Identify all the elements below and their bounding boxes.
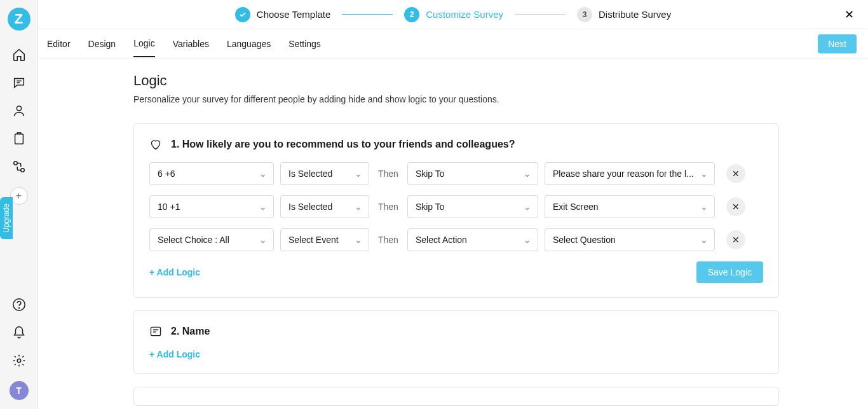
chevron-down-icon: ⌄ bbox=[700, 169, 708, 179]
tab-bar: Editor Design Logic Variables Languages … bbox=[38, 29, 868, 59]
svg-point-2 bbox=[13, 162, 17, 165]
remove-row-button[interactable]: ✕ bbox=[726, 230, 745, 249]
chevron-down-icon: ⌄ bbox=[355, 235, 362, 245]
wizard-step-2[interactable]: 2 Customize Survey bbox=[404, 7, 503, 22]
help-icon[interactable] bbox=[11, 297, 27, 312]
add-logic-button[interactable]: + Add Logic bbox=[149, 267, 200, 277]
wizard-connector bbox=[515, 14, 566, 15]
wizard-step-1[interactable]: Choose Template bbox=[235, 7, 330, 22]
event-select[interactable]: Is Selected⌄ bbox=[280, 162, 369, 185]
page-description: Personalize your survey for different pe… bbox=[133, 94, 779, 104]
upgrade-tab[interactable]: Upgrade bbox=[0, 197, 13, 239]
wizard-step-label: Customize Survey bbox=[426, 9, 503, 20]
remove-row-button[interactable]: ✕ bbox=[726, 197, 745, 216]
then-label: Then bbox=[376, 235, 401, 245]
next-button[interactable]: Next bbox=[818, 34, 857, 53]
wizard-header: Choose Template 2 Customize Survey 3 Dis… bbox=[38, 0, 868, 29]
remove-row-button[interactable]: ✕ bbox=[726, 164, 745, 183]
choice-select[interactable]: 10 +1⌄ bbox=[149, 195, 274, 218]
logic-row: 6 +6⌄ Is Selected⌄ Then Skip To⌄ Please … bbox=[149, 162, 763, 185]
step-number: 2 bbox=[404, 7, 419, 22]
wizard-step-label: Choose Template bbox=[257, 9, 330, 20]
then-label: Then bbox=[376, 169, 401, 179]
nav-rail: Z + Upgrade T bbox=[0, 0, 38, 409]
wizard-step-label: Distribute Survey bbox=[599, 9, 671, 20]
chevron-down-icon: ⌄ bbox=[259, 202, 267, 212]
action-select[interactable]: Select Action⌄ bbox=[407, 228, 538, 251]
question-card: 1. How likely are you to recommend us to… bbox=[133, 123, 779, 298]
svg-point-5 bbox=[18, 308, 19, 308]
home-icon[interactable] bbox=[11, 47, 27, 62]
event-select[interactable]: Select Event⌄ bbox=[280, 228, 369, 251]
choice-select[interactable]: 6 +6⌄ bbox=[149, 162, 274, 185]
svg-rect-1 bbox=[15, 134, 23, 144]
chevron-down-icon: ⌄ bbox=[355, 169, 362, 179]
text-icon bbox=[149, 325, 162, 338]
brand-logo[interactable]: Z bbox=[8, 8, 31, 31]
wizard-connector bbox=[342, 14, 393, 15]
save-logic-button[interactable]: Save Logic bbox=[696, 261, 763, 283]
logic-row: Select Choice : All⌄ Select Event⌄ Then … bbox=[149, 228, 763, 251]
wizard-step-3[interactable]: 3 Distribute Survey bbox=[577, 7, 671, 22]
gear-icon[interactable] bbox=[11, 353, 27, 368]
page-title: Logic bbox=[133, 73, 779, 89]
tab-variables[interactable]: Variables bbox=[173, 31, 209, 57]
chevron-down-icon: ⌄ bbox=[524, 202, 531, 212]
action-select[interactable]: Skip To⌄ bbox=[407, 195, 538, 218]
check-icon bbox=[235, 7, 250, 22]
svg-point-3 bbox=[20, 169, 24, 172]
avatar[interactable]: T bbox=[10, 381, 29, 400]
logic-row: 10 +1⌄ Is Selected⌄ Then Skip To⌄ Exit S… bbox=[149, 195, 763, 218]
chevron-down-icon: ⌄ bbox=[700, 235, 708, 245]
chevron-down-icon: ⌄ bbox=[259, 235, 267, 245]
event-select[interactable]: Is Selected⌄ bbox=[280, 195, 369, 218]
then-label: Then bbox=[376, 202, 401, 212]
tab-settings[interactable]: Settings bbox=[288, 31, 321, 57]
tab-languages[interactable]: Languages bbox=[227, 31, 271, 57]
question-card bbox=[133, 387, 779, 406]
chat-icon[interactable] bbox=[11, 75, 27, 90]
chevron-down-icon: ⌄ bbox=[524, 235, 531, 245]
choice-select[interactable]: Select Choice : All⌄ bbox=[149, 228, 274, 251]
heart-icon bbox=[149, 138, 162, 151]
tab-editor[interactable]: Editor bbox=[47, 31, 71, 57]
close-icon[interactable]: ✕ bbox=[841, 7, 857, 22]
chevron-down-icon: ⌄ bbox=[355, 202, 362, 212]
clipboard-icon[interactable] bbox=[11, 131, 27, 146]
tab-design[interactable]: Design bbox=[88, 31, 116, 57]
bell-icon[interactable] bbox=[11, 325, 27, 340]
chevron-down-icon: ⌄ bbox=[524, 169, 531, 179]
action-select[interactable]: Skip To⌄ bbox=[407, 162, 538, 185]
question-title: 2. Name bbox=[171, 326, 210, 337]
step-number: 3 bbox=[577, 7, 592, 22]
flow-icon[interactable] bbox=[11, 159, 27, 174]
add-logic-button[interactable]: + Add Logic bbox=[149, 349, 200, 359]
target-select[interactable]: Exit Screen⌄ bbox=[545, 195, 715, 218]
question-card: 2. Name + Add Logic bbox=[133, 310, 779, 374]
chevron-down-icon: ⌄ bbox=[700, 202, 708, 212]
question-title: 1. How likely are you to recommend us to… bbox=[171, 139, 515, 150]
tab-logic[interactable]: Logic bbox=[133, 31, 154, 57]
target-select[interactable]: Select Question⌄ bbox=[545, 228, 715, 251]
svg-point-6 bbox=[17, 359, 21, 363]
chevron-down-icon: ⌄ bbox=[259, 169, 267, 179]
svg-rect-7 bbox=[151, 327, 161, 335]
target-select[interactable]: Please share your reason for the l...⌄ bbox=[545, 162, 715, 185]
user-icon[interactable] bbox=[11, 103, 27, 118]
content-area: Logic Personalize your survey for differ… bbox=[38, 59, 868, 409]
svg-point-0 bbox=[17, 106, 21, 111]
